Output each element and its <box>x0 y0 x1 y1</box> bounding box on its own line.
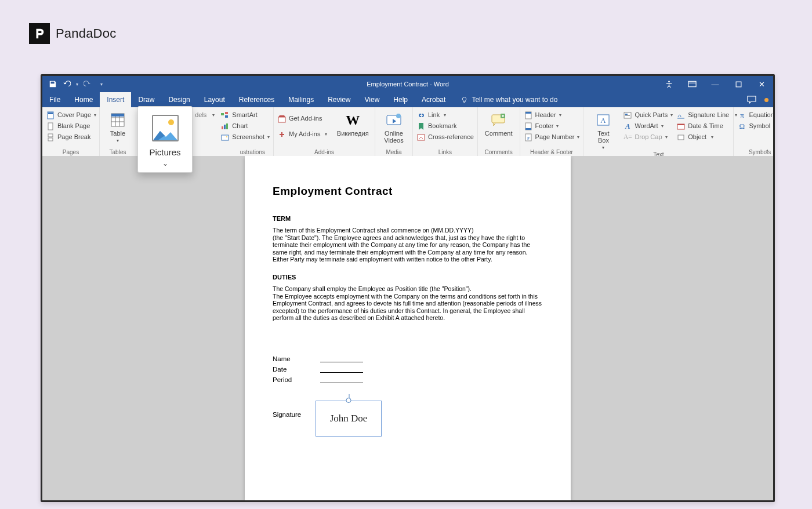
cover-page-button[interactable]: Cover Page▾ <box>46 110 96 120</box>
field-name-line[interactable] <box>320 355 363 362</box>
svg-rect-1 <box>688 81 695 86</box>
header-icon <box>524 111 533 120</box>
object-button[interactable]: Object▾ <box>676 132 737 142</box>
tab-insert[interactable]: Insert <box>100 92 131 107</box>
term-paragraph-2: (the "Start Date"). The Employee agrees … <box>273 234 543 263</box>
equation-button[interactable]: πEquation▾ <box>737 110 775 120</box>
brand-logo: PandaDoc <box>29 23 116 44</box>
document-area[interactable]: Employment Contract TERM The term of thi… <box>42 156 773 500</box>
tell-me-label: Tell me what you want to do <box>472 96 557 104</box>
group-text: A Text Box▾ Quick Parts▾ AWordArt▾ A≡Dro… <box>583 107 734 156</box>
page-number-icon: # <box>524 133 533 142</box>
qat-customize-icon[interactable]: ▾ <box>100 82 103 87</box>
drop-cap-icon: A≡ <box>623 133 632 142</box>
field-date-line[interactable] <box>320 366 363 373</box>
signature-text: John Doe <box>330 413 368 424</box>
pictures-label: Pictures <box>149 147 180 157</box>
my-addins-button[interactable]: My Add-ins▾ <box>277 129 327 139</box>
blank-page-button[interactable]: Blank Page <box>46 121 96 131</box>
ribbon-display-icon[interactable] <box>680 76 704 92</box>
wikipedia-icon: W <box>344 111 361 129</box>
field-period-row: Period <box>273 373 543 383</box>
field-name-row: Name <box>273 352 543 362</box>
tab-view[interactable]: View <box>358 92 387 107</box>
date-time-button[interactable]: Date & Time <box>676 121 737 131</box>
quick-parts-button[interactable]: Quick Parts▾ <box>623 110 673 120</box>
cross-reference-icon <box>416 133 426 142</box>
svg-rect-11 <box>225 112 228 114</box>
signature-image-box[interactable]: John Doe <box>316 401 382 437</box>
link-button[interactable]: Link▾ <box>416 110 474 120</box>
undo-icon[interactable] <box>62 79 71 89</box>
footer-button[interactable]: Footer▾ <box>524 121 580 131</box>
page-break-icon <box>46 133 55 142</box>
notification-dot[interactable] <box>764 98 768 102</box>
svg-text:#: # <box>527 136 530 140</box>
tab-mailings[interactable]: Mailings <box>281 92 321 107</box>
header-button[interactable]: Header▾ <box>524 110 580 120</box>
quick-parts-icon <box>623 111 632 120</box>
field-period-line[interactable] <box>320 376 363 383</box>
3d-models-button[interactable]: dels▾ <box>195 110 215 120</box>
online-videos-button[interactable]: Online Videos <box>378 109 410 144</box>
text-box-icon: A <box>594 111 612 129</box>
redo-icon[interactable] <box>83 79 92 89</box>
accessibility-icon[interactable] <box>657 76 680 92</box>
symbol-button[interactable]: ΩSymbol▾ <box>737 121 775 131</box>
svg-rect-12 <box>225 115 228 118</box>
rotate-handle-icon[interactable] <box>346 398 351 403</box>
duties-paragraph-1: The Company shall employ the Employee as… <box>273 285 543 293</box>
tab-home[interactable]: Home <box>67 92 100 107</box>
group-links: Link▾ Bookmark Cross-reference Links <box>413 107 478 156</box>
svg-rect-16 <box>222 135 229 140</box>
maximize-button[interactable] <box>727 76 750 92</box>
term-paragraph-1: The term of this Employment Contract sha… <box>273 227 543 234</box>
tab-design[interactable]: Design <box>161 92 197 107</box>
tab-references[interactable]: References <box>232 92 281 107</box>
bookmark-button[interactable]: Bookmark <box>416 121 474 131</box>
object-icon <box>676 133 686 142</box>
chevron-down-icon: ⌄ <box>162 159 168 168</box>
ribbon: Cover Page▾ Blank Page Page Break Pages … <box>42 107 773 157</box>
signature-line-button[interactable]: Signature Line▾ <box>676 110 737 120</box>
get-addins-button[interactable]: Get Add-ins <box>277 114 327 123</box>
wikipedia-button[interactable]: W Википедия <box>334 109 371 137</box>
tab-draw[interactable]: Draw <box>131 92 161 107</box>
svg-point-17 <box>226 136 227 137</box>
smartart-button[interactable]: SmartArt <box>220 110 270 120</box>
svg-rect-15 <box>226 123 228 129</box>
group-addins-label: Add-ins <box>277 148 371 156</box>
chevron-down-icon: ▾ <box>117 138 119 143</box>
drop-cap-button[interactable]: A≡Drop Cap▾ <box>623 132 673 142</box>
tell-me-search[interactable]: Tell me what you want to do <box>452 92 557 107</box>
table-button[interactable]: Table ▾ <box>102 109 134 143</box>
page-number-button[interactable]: #Page Number▾ <box>524 132 580 142</box>
text-box-button[interactable]: A Text Box▾ <box>587 109 619 150</box>
wordart-button[interactable]: AWordArt▾ <box>623 121 673 131</box>
tab-acrobat[interactable]: Acrobat <box>415 92 452 107</box>
minimize-button[interactable]: — <box>704 76 727 92</box>
svg-text:A: A <box>601 116 607 125</box>
group-pages-label: Pages <box>46 148 96 156</box>
pictures-dropdown[interactable]: Pictures ⌄ <box>137 106 193 173</box>
save-icon[interactable] <box>48 79 57 89</box>
page-break-button[interactable]: Page Break <box>46 132 96 142</box>
tab-file[interactable]: File <box>42 92 67 107</box>
comment-button[interactable]: Comment <box>481 109 516 137</box>
svg-rect-18 <box>278 117 285 122</box>
group-addins: Get Add-ins My Add-ins▾ W Википедия Add-… <box>274 107 375 156</box>
undo-dropdown-icon[interactable]: ▾ <box>76 82 78 87</box>
cross-reference-button[interactable]: Cross-reference <box>416 132 474 142</box>
tab-layout[interactable]: Layout <box>197 92 232 107</box>
svg-rect-33 <box>625 114 628 115</box>
tab-review[interactable]: Review <box>321 92 357 107</box>
group-links-label: Links <box>416 148 474 156</box>
chart-button[interactable]: Chart <box>220 121 270 131</box>
screenshot-button[interactable]: Screenshot▾ <box>220 132 270 142</box>
group-comments: Comment Comments <box>478 107 520 156</box>
close-button[interactable]: ✕ <box>750 76 773 92</box>
tab-help[interactable]: Help <box>386 92 415 107</box>
collapse-ribbon-icon[interactable]: ⌃ <box>765 149 770 155</box>
comments-pane-icon[interactable] <box>747 96 756 104</box>
svg-rect-21 <box>418 134 425 140</box>
